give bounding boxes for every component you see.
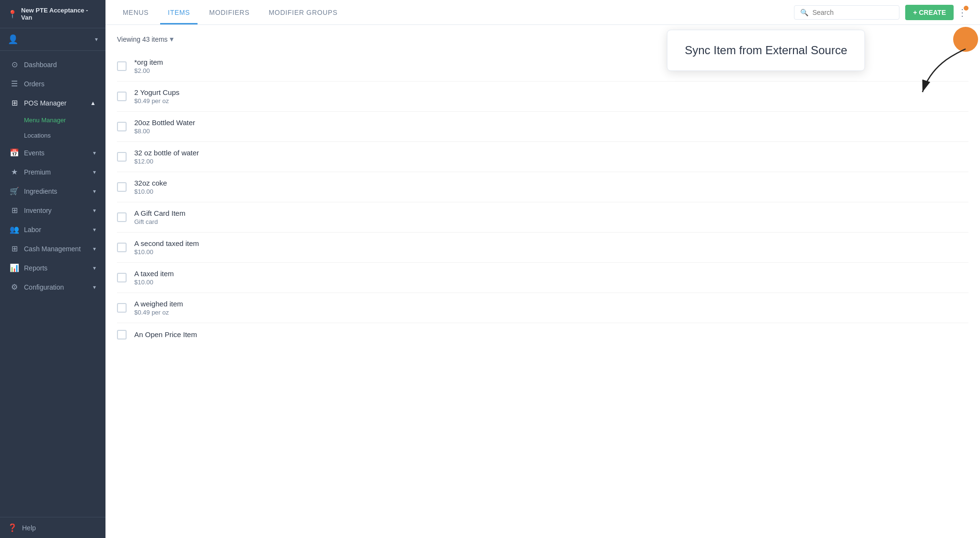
menu-manager-label: Menu Manager xyxy=(24,117,66,124)
item-checkbox-8[interactable] xyxy=(117,273,127,282)
item-price: $10.00 xyxy=(134,248,968,256)
inventory-icon: ⊞ xyxy=(10,206,19,215)
chevron-down-icon: ▾ xyxy=(93,246,96,252)
tab-modifier-groups[interactable]: MODIFIER GROUPS xyxy=(261,0,345,24)
labor-icon: 👥 xyxy=(10,225,19,234)
item-price: $8.00 xyxy=(134,128,968,135)
chevron-down-icon: ▾ xyxy=(93,188,96,195)
item-name: 32oz coke xyxy=(134,179,968,187)
table-row: 32oz coke $10.00 xyxy=(117,172,968,202)
location-selector[interactable]: 📍 New PTE Acceptance - Van xyxy=(0,0,105,28)
sidebar-item-label: Events xyxy=(24,149,93,157)
configuration-icon: ⚙ xyxy=(10,282,19,292)
item-list: *org item $2.00 2 Yogurt Cups $0.49 per … xyxy=(117,51,968,346)
table-row: A second taxed item $10.00 xyxy=(117,233,968,263)
item-price: $0.49 per oz xyxy=(134,309,968,316)
items-content: Viewing 43 items ▾ *org item $2.00 2 Yog… xyxy=(105,25,980,538)
item-price: Gift card xyxy=(134,218,968,225)
item-checkbox-7[interactable] xyxy=(117,243,127,252)
location-name: New PTE Acceptance - Van xyxy=(21,7,98,21)
item-name: 20oz Bottled Water xyxy=(134,118,968,127)
sidebar-item-label: Dashboard xyxy=(24,61,96,69)
main-nav: ⊙ Dashboard ☰ Orders ⊞ POS Manager ▲ Men… xyxy=(0,51,105,517)
sidebar-item-ingredients[interactable]: 🛒 Ingredients ▾ xyxy=(2,182,104,200)
sync-tooltip[interactable]: Sync Item from External Source xyxy=(667,30,865,71)
sidebar-subitem-menu-manager[interactable]: Menu Manager xyxy=(2,113,104,128)
sidebar-item-cash-management[interactable]: ⊞ Cash Management ▾ xyxy=(2,239,104,258)
sidebar-item-configuration[interactable]: ⚙ Configuration ▾ xyxy=(2,278,104,296)
sidebar-item-labor[interactable]: 👥 Labor ▾ xyxy=(2,220,104,239)
table-row: A taxed item $10.00 xyxy=(117,263,968,293)
location-pin-icon: 📍 xyxy=(8,10,17,19)
chevron-down-icon: ▾ xyxy=(93,169,96,175)
item-checkbox-6[interactable] xyxy=(117,212,127,222)
help-icon: ❓ xyxy=(8,523,17,532)
sidebar-item-dashboard[interactable]: ⊙ Dashboard xyxy=(2,55,104,74)
chevron-down-icon: ▾ xyxy=(95,36,98,43)
item-checkbox-1[interactable] xyxy=(117,61,127,71)
table-row: A Gift Card Item Gift card xyxy=(117,202,968,233)
item-price: $10.00 xyxy=(134,188,968,195)
main-content: MENUS ITEMS MODIFIERS MODIFIER GROUPS 🔍 … xyxy=(105,0,980,538)
notification-dot xyxy=(964,6,968,11)
help-label: Help xyxy=(22,524,36,532)
tab-items[interactable]: ITEMS xyxy=(160,0,198,24)
locations-label: Locations xyxy=(24,132,51,139)
sidebar-item-label: Reports xyxy=(24,264,93,272)
table-row: 32 oz bottle of water $12.00 xyxy=(117,142,968,172)
sidebar-item-label: Cash Management xyxy=(24,245,93,253)
sidebar-item-label: Premium xyxy=(24,168,93,176)
item-name: 32 oz bottle of water xyxy=(134,149,968,157)
more-options-button[interactable]: ⋮ xyxy=(954,4,970,21)
item-checkbox-3[interactable] xyxy=(117,122,127,131)
item-price: $0.49 per oz xyxy=(134,97,968,105)
filter-dropdown-button[interactable]: ▾ xyxy=(170,35,174,44)
sidebar-item-label: Labor xyxy=(24,226,93,234)
search-bar[interactable]: 🔍 xyxy=(794,5,899,20)
search-input[interactable] xyxy=(812,9,879,16)
sidebar-item-label: Ingredients xyxy=(24,187,93,195)
pos-manager-icon: ⊞ xyxy=(10,98,19,107)
table-row: A weighed item $0.49 per oz xyxy=(117,293,968,323)
item-checkbox-4[interactable] xyxy=(117,152,127,162)
item-checkbox-5[interactable] xyxy=(117,182,127,192)
chevron-down-icon: ▾ xyxy=(93,284,96,291)
tab-menus[interactable]: MENUS xyxy=(115,0,156,24)
chevron-down-icon: ▾ xyxy=(93,265,96,271)
reports-icon: 📊 xyxy=(10,263,19,272)
table-row: 20oz Bottled Water $8.00 xyxy=(117,112,968,142)
item-checkbox-9[interactable] xyxy=(117,303,127,313)
item-name: An Open Price Item xyxy=(134,330,968,339)
item-checkbox-10[interactable] xyxy=(117,330,127,339)
sync-tooltip-text: Sync Item from External Source xyxy=(685,44,847,57)
chevron-down-icon: ▾ xyxy=(93,150,96,156)
help-button[interactable]: ❓ Help xyxy=(0,517,105,538)
table-row: 2 Yogurt Cups $0.49 per oz xyxy=(117,82,968,112)
item-checkbox-2[interactable] xyxy=(117,92,127,101)
sidebar-item-label: POS Manager xyxy=(24,99,90,107)
item-name: 2 Yogurt Cups xyxy=(134,88,968,96)
chevron-down-icon: ▾ xyxy=(93,207,96,214)
chevron-up-icon: ▲ xyxy=(90,100,96,106)
item-name: A Gift Card Item xyxy=(134,209,968,217)
user-menu[interactable]: 👤 ▾ xyxy=(0,28,105,51)
sidebar-item-label: Configuration xyxy=(24,283,93,291)
sidebar-item-pos-manager[interactable]: ⊞ POS Manager ▲ xyxy=(2,94,104,112)
item-price: $10.00 xyxy=(134,279,968,286)
item-name: A taxed item xyxy=(134,269,968,278)
sidebar-item-reports[interactable]: 📊 Reports ▾ xyxy=(2,258,104,277)
create-button[interactable]: + CREATE xyxy=(905,5,954,20)
viewing-count: Viewing 43 items xyxy=(117,35,168,43)
sidebar-item-label: Orders xyxy=(24,80,96,88)
sidebar-item-events[interactable]: 📅 Events ▾ xyxy=(2,143,104,162)
sidebar-subitem-locations[interactable]: Locations xyxy=(2,128,104,143)
table-row: An Open Price Item xyxy=(117,323,968,346)
events-icon: 📅 xyxy=(10,148,19,157)
dashboard-icon: ⊙ xyxy=(10,60,19,69)
premium-icon: ★ xyxy=(10,167,19,176)
sidebar-item-orders[interactable]: ☰ Orders xyxy=(2,74,104,93)
sidebar-item-premium[interactable]: ★ Premium ▾ xyxy=(2,163,104,181)
tab-modifiers[interactable]: MODIFIERS xyxy=(201,0,257,24)
cash-management-icon: ⊞ xyxy=(10,244,19,253)
sidebar-item-inventory[interactable]: ⊞ Inventory ▾ xyxy=(2,201,104,220)
